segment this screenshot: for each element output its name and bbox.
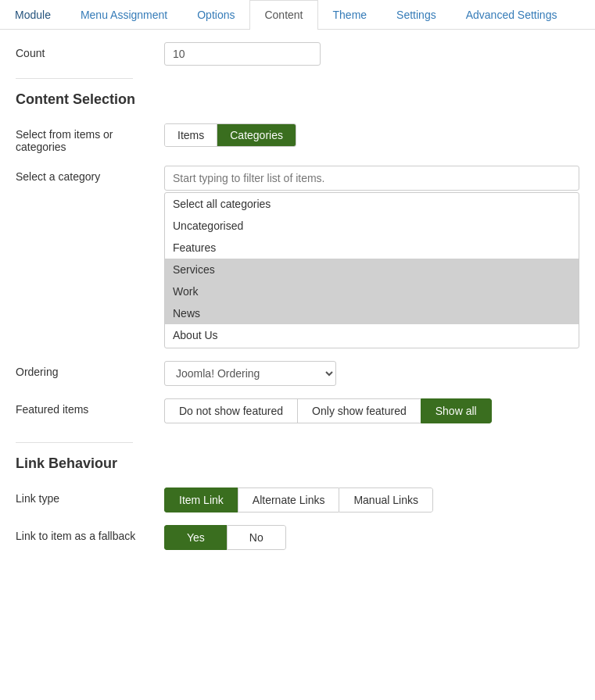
nav-tabs: Module Menu Assignment Options Content T… (0, 0, 595, 30)
do-not-show-featured-button[interactable]: Do not show featured (164, 398, 297, 423)
count-label: Count (16, 42, 164, 59)
only-show-featured-button[interactable]: Only show featured (297, 398, 421, 423)
link-behaviour-divider (16, 442, 133, 443)
list-item[interactable]: About Us (165, 324, 579, 346)
tab-module[interactable]: Module (0, 0, 66, 29)
select-items-categories-label: Select from items or categories (16, 123, 164, 153)
select-category-row: Select a category Select all categories … (16, 166, 579, 348)
categories-button[interactable]: Categories (217, 124, 296, 146)
alternate-links-button[interactable]: Alternate Links (238, 488, 339, 512)
main-content: Count Content Selection Select from item… (0, 30, 595, 575)
list-item[interactable]: Uncategorised (165, 215, 579, 237)
select-category-label: Select a category (16, 166, 164, 183)
link-type-row: Link type Item Link Alternate Links Manu… (16, 488, 579, 512)
no-button[interactable]: No (227, 525, 286, 550)
item-link-button[interactable]: Item Link (164, 488, 238, 512)
tab-content[interactable]: Content (249, 0, 317, 30)
show-all-button[interactable]: Show all (421, 398, 492, 423)
list-item[interactable]: Features (165, 237, 579, 259)
section-divider (16, 78, 133, 79)
ordering-label: Ordering (16, 361, 164, 378)
link-type-group: Item Link Alternate Links Manual Links (164, 488, 433, 512)
list-item[interactable]: Services (165, 259, 579, 280)
count-input[interactable] (164, 42, 321, 66)
link-fallback-label: Link to item as a fallback (16, 525, 164, 542)
link-fallback-group: Yes No (164, 525, 286, 550)
list-item[interactable]: News (165, 302, 579, 324)
featured-group: Do not show featured Only show featured … (164, 398, 492, 423)
category-wrap: Select all categories Uncategorised Feat… (164, 166, 579, 348)
items-categories-group: Items Categories (164, 123, 296, 147)
list-item[interactable]: Work (165, 280, 579, 302)
list-item[interactable]: About the company (165, 346, 579, 348)
tab-settings[interactable]: Settings (382, 0, 451, 29)
select-items-categories-row: Select from items or categories Items Ca… (16, 123, 579, 153)
tab-advanced-settings[interactable]: Advanced Settings (451, 0, 572, 29)
link-type-label: Link type (16, 488, 164, 505)
link-behaviour-heading: Link Behaviour (16, 455, 579, 472)
manual-links-button[interactable]: Manual Links (339, 488, 433, 512)
ordering-select[interactable]: Joomla! Ordering Title Date Random (164, 361, 336, 386)
yes-button[interactable]: Yes (164, 525, 227, 550)
items-categories-wrap: Items Categories (164, 123, 579, 147)
content-selection-heading: Content Selection (16, 91, 579, 108)
category-list[interactable]: Select all categories Uncategorised Feat… (164, 192, 579, 348)
category-filter-input[interactable] (164, 166, 579, 191)
featured-items-label: Featured items (16, 398, 164, 416)
ordering-wrap: Joomla! Ordering Title Date Random (164, 361, 579, 386)
featured-items-row: Featured items Do not show featured Only… (16, 398, 579, 423)
count-wrap (164, 42, 579, 66)
count-row: Count (16, 42, 579, 66)
link-fallback-row: Link to item as a fallback Yes No (16, 525, 579, 550)
link-fallback-wrap: Yes No (164, 525, 579, 550)
items-button[interactable]: Items (165, 124, 217, 146)
list-item[interactable]: Select all categories (165, 193, 579, 215)
link-type-wrap: Item Link Alternate Links Manual Links (164, 488, 579, 512)
tab-options[interactable]: Options (182, 0, 249, 29)
featured-items-wrap: Do not show featured Only show featured … (164, 398, 579, 423)
ordering-row: Ordering Joomla! Ordering Title Date Ran… (16, 361, 579, 386)
tab-menu-assignment[interactable]: Menu Assignment (66, 0, 182, 29)
tab-theme[interactable]: Theme (318, 0, 382, 29)
